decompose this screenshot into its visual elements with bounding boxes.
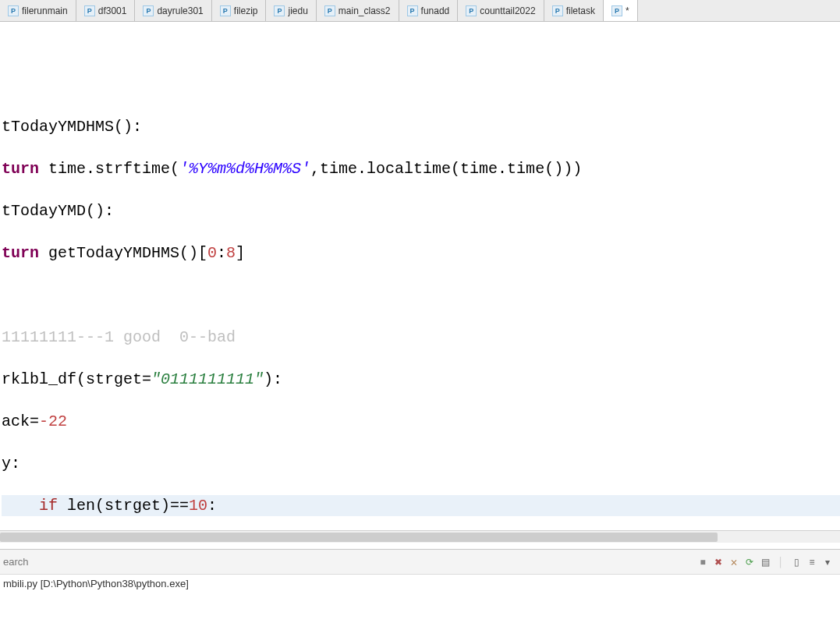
refresh-icon[interactable]: ⟳	[743, 556, 756, 568]
python-file-icon	[552, 5, 563, 16]
python-file-icon	[407, 5, 418, 16]
tab-label: jiedu	[288, 5, 307, 16]
python-file-icon	[324, 5, 335, 16]
dropdown-icon[interactable]: ▾	[821, 556, 834, 568]
tab-label: filezip	[234, 5, 258, 16]
tab-filetask[interactable]: filetask	[544, 0, 604, 21]
console-output[interactable]	[0, 593, 840, 630]
search-bar: earch ■ ✖ ⨯ ⟳ ▤ │ ▯ ≡ ▾	[0, 549, 840, 574]
code-editor[interactable]: tTodayYMDHMS(): turn time.strftime('%Y%m…	[0, 22, 840, 522]
python-file-icon	[466, 5, 477, 16]
python-file-icon	[84, 5, 95, 16]
remove-all-icon[interactable]: ⨯	[728, 556, 740, 568]
tab-active[interactable]: *	[604, 0, 638, 21]
code-content: tTodayYMDHMS(): turn time.strftime('%Y%m…	[0, 64, 840, 522]
tab-counttail2022[interactable]: counttail2022	[458, 0, 544, 21]
list-icon[interactable]: ≡	[806, 556, 818, 568]
tab-filerunmain[interactable]: filerunmain	[0, 0, 76, 21]
tab-label: df3001	[98, 5, 127, 16]
tab-label: filerunmain	[22, 5, 68, 16]
tab-label: dayrule301	[157, 5, 203, 16]
python-file-icon	[611, 5, 622, 16]
search-input[interactable]: earch	[0, 556, 29, 568]
tab-jiedu[interactable]: jiedu	[266, 0, 316, 21]
stop-icon[interactable]: ■	[696, 556, 709, 568]
tab-label: funadd	[421, 5, 450, 16]
tab-label: *	[626, 5, 629, 16]
tab-label: filetask	[566, 5, 595, 16]
separator-icon: │	[774, 556, 787, 568]
tab-dayrule301[interactable]: dayrule301	[135, 0, 211, 21]
tab-funadd[interactable]: funadd	[399, 0, 459, 21]
current-line: if len(strget)==10:	[2, 495, 840, 516]
python-file-icon	[220, 5, 231, 16]
tab-filezip[interactable]: filezip	[212, 0, 267, 21]
close-icon[interactable]: ✖	[712, 556, 725, 568]
python-file-icon	[274, 5, 285, 16]
tab-main-class2[interactable]: main_class2	[317, 0, 399, 21]
tab-df3001[interactable]: df3001	[76, 0, 136, 21]
horizontal-scrollbar[interactable]	[0, 530, 840, 543]
python-file-icon	[8, 5, 19, 16]
scrollbar-thumb[interactable]	[0, 533, 718, 542]
toolbar-icons: ■ ✖ ⨯ ⟳ ▤ │ ▯ ≡ ▾	[696, 556, 840, 568]
tab-bar: filerunmain df3001 dayrule301 filezip ji…	[0, 0, 840, 22]
tab-label: main_class2	[338, 5, 391, 16]
tab-label: counttail2022	[480, 5, 535, 16]
console-process: mbili.py [D:\Python\Python38\python.exe]	[3, 578, 189, 589]
document-icon[interactable]: ▯	[790, 556, 803, 568]
console-label: mbili.py [D:\Python\Python38\python.exe]	[0, 574, 840, 593]
python-file-icon	[143, 5, 154, 16]
terminal-icon[interactable]: ▤	[759, 556, 771, 568]
